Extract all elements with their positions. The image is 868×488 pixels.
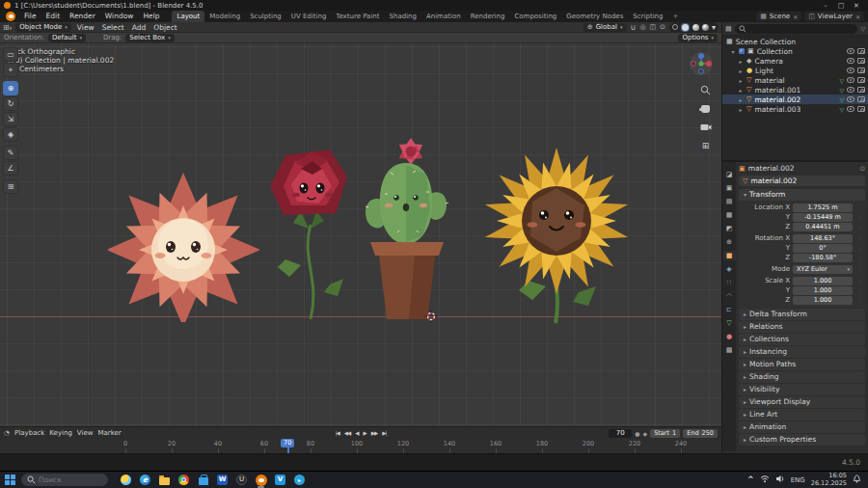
location-z-field[interactable]: 0.44451 m <box>793 223 853 231</box>
zoom-icon[interactable] <box>699 84 712 96</box>
disable-in-render-icon[interactable] <box>857 96 865 102</box>
tab-scene[interactable]: ◩ <box>723 224 736 233</box>
play-reverse-button[interactable]: ◀ <box>354 430 359 436</box>
panel-instancing[interactable]: Instancing <box>739 346 865 358</box>
edge-icon[interactable]: e <box>137 473 153 488</box>
menu-file[interactable]: File <box>19 11 41 22</box>
model-cactus[interactable] <box>345 136 468 324</box>
viewport-canvas[interactable]: Back Orthographic (70) Collection | mate… <box>0 43 721 426</box>
tab-compositing[interactable]: Compositing <box>509 11 561 22</box>
object-name-field[interactable]: ▽ material.002 <box>739 176 865 186</box>
scale-tool[interactable]: ⇲ <box>3 112 18 126</box>
language-indicator[interactable]: ENG <box>791 476 805 484</box>
start-button[interactable] <box>5 474 15 485</box>
solid-shading-button[interactable] <box>681 23 690 32</box>
tab-geometry-nodes[interactable]: Geometry Nodes <box>561 11 628 22</box>
menu-view[interactable]: View <box>75 23 96 32</box>
rotation-z-field[interactable]: -180.58° <box>793 254 853 262</box>
menu-edit[interactable]: Edit <box>41 11 66 22</box>
animate-dot[interactable]: · <box>855 287 863 294</box>
pin-icon[interactable]: ⊙ <box>859 165 865 173</box>
telegram-icon[interactable]: ▸ <box>291 473 308 488</box>
tab-animation[interactable]: Animation <box>421 11 466 22</box>
scene-selector[interactable]: ▦ Scene ✕ <box>756 12 801 21</box>
scale-z-field[interactable]: 1.000 <box>793 296 853 305</box>
tab-output[interactable]: ▤ <box>723 197 736 206</box>
snap-magnet-icon[interactable]: ∪ <box>631 23 637 32</box>
location-y-field[interactable]: -0.15449 m <box>793 213 853 222</box>
outliner-row-material-001[interactable]: ▸ ▽ material.001 ▽ <box>722 85 868 95</box>
taskbar-search[interactable] <box>21 474 108 486</box>
select-box-tool[interactable]: ▭ <box>3 47 18 62</box>
outliner-search-input[interactable] <box>748 25 854 33</box>
menu-marker[interactable]: Marker <box>97 429 121 437</box>
scale-x-field[interactable]: 1.000 <box>793 277 853 285</box>
disable-in-render-icon[interactable] <box>857 48 865 54</box>
tab-texture-paint[interactable]: Texture Paint <box>331 11 384 22</box>
disable-in-render-icon[interactable] <box>857 87 865 93</box>
blender-taskbar-icon[interactable] <box>253 473 269 488</box>
model-rose[interactable] <box>262 144 354 323</box>
add-cube-tool[interactable]: ⊞ <box>3 179 18 194</box>
panel-visibility[interactable]: Visibility <box>739 384 865 395</box>
rotation-y-field[interactable]: 0° <box>793 244 853 253</box>
location-x-field[interactable]: 1.7525 m <box>793 203 853 212</box>
add-workspace-button[interactable]: + <box>667 11 683 22</box>
animate-dot[interactable]: · <box>855 255 863 261</box>
disable-in-render-icon[interactable] <box>857 77 865 83</box>
widgets-icon[interactable] <box>118 473 134 488</box>
move-tool[interactable]: ⊕ <box>3 81 18 95</box>
unlink-view-layer-icon[interactable]: ✕ <box>855 14 860 20</box>
navigation-gizmo[interactable] <box>689 51 714 78</box>
animate-dot[interactable]: · <box>855 245 863 252</box>
menu-timeline-view[interactable]: View <box>77 429 94 437</box>
user-app-icon[interactable]: U <box>233 473 250 488</box>
play-button[interactable]: ▶ <box>363 430 367 436</box>
show-gizmo-icon[interactable]: ◫ <box>649 23 656 31</box>
hide-in-viewport-icon[interactable] <box>847 96 854 102</box>
next-keyframe-button[interactable]: ▶▶ <box>370 430 378 436</box>
tab-scripting[interactable]: Scripting <box>628 11 667 22</box>
store-icon[interactable] <box>195 473 211 488</box>
tab-modifiers[interactable]: ◈ <box>723 264 736 274</box>
rotation-x-field[interactable]: 148.63° <box>793 234 853 243</box>
tab-layout[interactable]: Layout <box>172 11 204 22</box>
transform-panel-header[interactable]: Transform <box>739 189 865 201</box>
pan-hand-icon[interactable] <box>699 102 712 115</box>
outliner-row-scene-collection[interactable]: ▦ Scene Collection <box>722 37 868 46</box>
measure-tool[interactable]: ∠ <box>3 161 18 176</box>
prev-keyframe-button[interactable]: ◀◀ <box>343 430 351 436</box>
tab-constraints[interactable]: ⊏ <box>723 305 736 314</box>
animate-dot[interactable]: · <box>855 235 863 242</box>
orientation-setting-dropdown[interactable]: Default▾ <box>48 34 86 42</box>
animate-dot[interactable]: · <box>855 214 863 221</box>
filter-icon[interactable]: ▽ <box>860 25 865 32</box>
tab-particles[interactable]: ∷ <box>723 278 736 287</box>
outliner-search[interactable] <box>735 24 858 34</box>
tab-material[interactable]: ● <box>723 332 736 341</box>
panel-animation[interactable]: Animation <box>739 421 865 433</box>
menu-playback[interactable]: Playback <box>14 429 44 437</box>
animate-dot[interactable]: · <box>855 224 863 230</box>
hide-in-viewport-icon[interactable] <box>847 106 854 112</box>
outliner-row-material-003[interactable]: ▸ ▽ material.003 ▽ <box>722 104 868 114</box>
camera-view-icon[interactable] <box>699 121 712 133</box>
drag-setting-dropdown[interactable]: Select Box▾ <box>125 34 174 42</box>
file-explorer-icon[interactable] <box>156 473 173 488</box>
current-frame-field[interactable]: 70 <box>609 429 632 438</box>
vscode-icon[interactable]: V <box>272 473 288 488</box>
animate-dot[interactable]: · <box>855 204 863 211</box>
wireframe-shading-button[interactable] <box>672 24 678 30</box>
taskbar-clock[interactable]: 16:05 26.12.2025 <box>811 473 847 487</box>
rotation-mode-select[interactable]: XYZ Euler <box>793 265 853 274</box>
scale-y-field[interactable]: 1.000 <box>793 286 853 295</box>
menu-object[interactable]: Object <box>151 23 178 32</box>
jump-to-start-button[interactable]: |◀ <box>335 430 340 436</box>
menu-render[interactable]: Render <box>65 11 100 22</box>
blender-menu-icon[interactable] <box>6 12 15 21</box>
mode-dropdown[interactable]: Object Mode▾ <box>15 23 71 32</box>
animate-dot[interactable]: · <box>855 297 863 304</box>
unlink-scene-icon[interactable]: ✕ <box>793 14 798 20</box>
model-lotus-flower[interactable] <box>108 163 259 324</box>
panel-shading[interactable]: Shading <box>739 371 865 383</box>
